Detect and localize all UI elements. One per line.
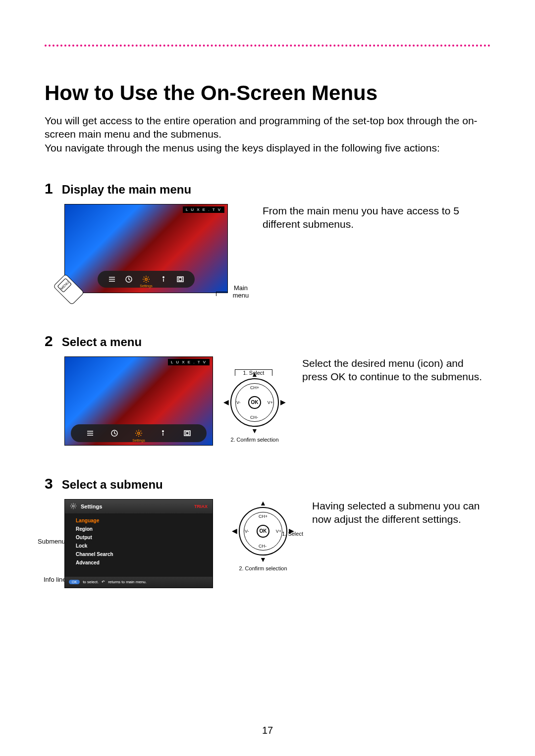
info-line-ok-text: to select.	[83, 580, 99, 584]
aspect-icon	[182, 428, 192, 438]
tv-screenshot-3-settings: Settings TRIAX Language Region Output Lo…	[64, 499, 213, 588]
intro-line-1: You will get access to the entire operat…	[45, 115, 478, 140]
step1-figure: L U X E . T V Settings	[64, 204, 253, 303]
dpad-diagram: OK ▲ ▼ ◀ ▶ CH+ CH- V- V+ 1. Select 2. Co…	[226, 504, 300, 593]
step-title-2: Select a menu	[62, 335, 142, 349]
page-number: 17	[0, 725, 535, 736]
settings-label: Settings	[71, 439, 207, 442]
dpad-ch-minus: CH-	[259, 544, 267, 549]
dpad-select-side-caption: 1. Select	[282, 531, 303, 537]
brand-label: TRIAX	[194, 504, 208, 509]
menu-item-language: Language	[76, 516, 213, 525]
dpad-v-plus: V+	[268, 400, 273, 405]
step3-figure: Submenu Info line Settings TRIAX Langua	[64, 499, 302, 588]
header-dotted-rule	[45, 45, 490, 47]
arrow-down-icon: ▼	[260, 555, 267, 563]
intro-line-2: You navigate through the menus using the…	[45, 142, 440, 153]
intro-paragraph: You will get access to the entire operat…	[45, 114, 490, 154]
list-icon	[85, 428, 95, 438]
page-title: How to Use the On-Screen Menus	[45, 81, 490, 105]
svg-rect-8	[179, 278, 182, 281]
back-arrow-icon: ↶	[102, 580, 105, 584]
info-line-back-text: returns to main menu.	[108, 580, 147, 584]
settings-label: Settings	[98, 284, 195, 288]
channel-tag: L U X E . T V	[183, 206, 224, 213]
arrow-up-icon: ▲	[260, 499, 267, 507]
step-3-description: Having selected a submenu you can now ad…	[312, 499, 490, 526]
tv-screenshot-1: L U X E . T V Settings	[64, 204, 228, 293]
dpad-ch-plus: CH+	[259, 514, 268, 519]
settings-header-title: Settings	[81, 504, 102, 509]
svg-point-14	[162, 431, 163, 432]
step-number-3: 3	[45, 475, 53, 492]
step2-figure: L U X E . T V Settings 1. Select OK ▲	[64, 356, 292, 446]
label-main-menu: Main menu	[229, 285, 253, 299]
aspect-icon	[175, 274, 185, 284]
step-number-2: 2	[45, 333, 53, 350]
svg-rect-17	[186, 432, 189, 435]
dpad-ch-minus: CH-	[250, 415, 258, 420]
arrow-right-icon: ▶	[280, 398, 286, 406]
menu-item-lock: Lock	[76, 542, 213, 550]
menu-item-advanced: Advanced	[76, 558, 213, 567]
tv-screenshot-2: L U X E . T V Settings	[64, 356, 213, 446]
svg-point-18	[72, 505, 74, 507]
dpad-confirm-caption: 2. Confirm selection	[220, 437, 289, 443]
step-2: 2 Select a menu L U X E . T V Settings 1…	[45, 333, 490, 446]
step-3: 3 Select a submenu Submenu Info line Set…	[45, 475, 490, 588]
arrow-left-icon: ◀	[223, 398, 229, 406]
label-submenu: Submenu	[38, 538, 65, 545]
dpad-ok: OK	[248, 396, 261, 409]
step-2-description: Select the desired menu (icon) and press…	[302, 356, 490, 384]
dpad-diagram: 1. Select OK ▲ ▼ ◀ ▶ CH+ CH- V- V+ 2. Co…	[220, 369, 289, 449]
info-icon	[158, 428, 168, 438]
list-icon	[107, 274, 117, 284]
info-icon	[159, 274, 168, 284]
menu-item-output: Output	[76, 533, 213, 542]
arrow-down-icon: ▼	[251, 427, 258, 435]
dpad-ch-plus: CH+	[250, 385, 259, 390]
step-number-1: 1	[45, 180, 53, 197]
dpad-v-plus: V+	[276, 529, 281, 534]
dpad-ok: OK	[257, 525, 269, 538]
step-title-3: Select a submenu	[62, 478, 163, 492]
osd-main-menu-bar: Settings	[98, 271, 195, 288]
step-title-1: Display the main menu	[62, 183, 191, 197]
clock-icon	[109, 428, 119, 438]
arrow-left-icon: ◀	[232, 527, 237, 535]
dpad-v-minus: V-	[245, 529, 249, 534]
dpad-v-minus: V-	[236, 400, 241, 405]
info-line-ok-pill: OK	[69, 580, 80, 584]
settings-menu-list: Language Region Output Lock Channel Sear…	[65, 513, 213, 567]
step-1-description: From the main menu you have access to 5 …	[263, 204, 490, 231]
step-1: 1 Display the main menu L U X E . T V	[45, 180, 490, 303]
svg-point-5	[162, 277, 163, 278]
osd-main-menu-bar: Settings	[71, 424, 207, 442]
gear-icon: Settings	[141, 274, 151, 284]
menu-item-channel-search: Channel Search	[76, 550, 213, 558]
channel-tag: L U X E . T V	[168, 359, 210, 365]
clock-icon	[124, 274, 134, 284]
arrow-up-icon: ▲	[251, 370, 258, 378]
svg-point-4	[145, 278, 147, 280]
dpad-confirm-caption: 2. Confirm selection	[226, 565, 300, 571]
gear-icon: Settings	[134, 428, 144, 438]
label-info-line: Info line	[44, 576, 66, 583]
info-line: OK to select. ↶ returns to main menu.	[65, 577, 213, 588]
menu-item-region: Region	[76, 525, 213, 533]
svg-point-13	[138, 432, 140, 434]
gear-icon	[70, 503, 77, 510]
